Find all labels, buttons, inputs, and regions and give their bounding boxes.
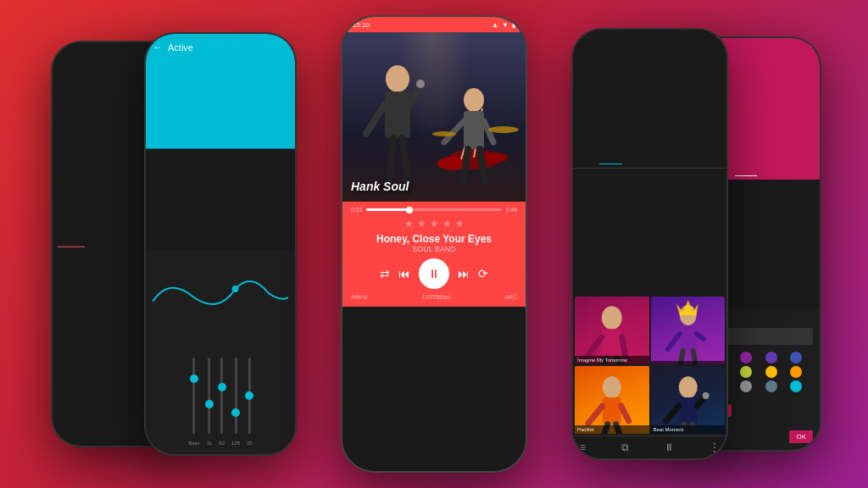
audio-format: AAC: [505, 294, 517, 300]
pause-icon-bottom[interactable]: ⏸: [664, 441, 674, 453]
tab-folders-1[interactable]: FOLDERS: [627, 28, 654, 164]
next-button[interactable]: ⏭: [458, 267, 470, 280]
svg-point-0: [232, 286, 239, 292]
star-5[interactable]: ★: [455, 218, 465, 230]
svg-line-24: [622, 337, 626, 356]
color-blue-grey[interactable]: [765, 380, 777, 392]
svg-line-29: [667, 334, 679, 349]
color-purple[interactable]: [740, 352, 752, 363]
album-cell-2[interactable]: [651, 297, 726, 364]
eq-header: ← Active: [146, 32, 297, 149]
svg-rect-40: [678, 397, 697, 424]
eq-sliders: Bass 31 62 125 25: [188, 344, 252, 446]
eq-slider-25[interactable]: 25: [247, 358, 253, 446]
album-name-overlay: Hank Soul: [351, 180, 409, 193]
phone-main-player: 15:10 ▲ ▼ ▮: [341, 15, 527, 473]
album-art: Hank Soul: [342, 32, 526, 202]
album-art-2: [651, 297, 726, 364]
song-title-main: Honey, Close Your Eyes: [351, 233, 517, 245]
progress-dot: [406, 207, 413, 214]
svg-line-17: [464, 149, 468, 180]
tab-playlist[interactable]: PLAYLIST: [762, 36, 786, 176]
pause-button[interactable]: ⏸: [419, 258, 449, 289]
progress-fill: [366, 208, 409, 211]
song-artist-main: SOUL BAND: [351, 245, 517, 253]
album-art-1: [575, 297, 649, 364]
svg-line-15: [389, 138, 393, 180]
color-cyan[interactable]: [790, 380, 802, 392]
album-cell-1[interactable]: Imagine My Tomorrow: [575, 297, 649, 364]
svg-line-12: [366, 104, 385, 134]
slider-label-bass: Bass: [188, 441, 199, 446]
color-lime[interactable]: [740, 366, 752, 378]
tab-folders[interactable]: FOLDERS: [58, 41, 85, 247]
eq-slider-62[interactable]: 62: [219, 358, 225, 446]
svg-line-42: [697, 398, 703, 406]
tab-folders-2[interactable]: FOLDERS: [659, 28, 685, 164]
eq-slider-125[interactable]: 125: [231, 358, 240, 446]
albums-grid: Imagine My Tomorrow: [573, 295, 726, 435]
album-title-2: [651, 361, 726, 364]
eq-slider-31[interactable]: 31: [207, 358, 213, 446]
time-current: 0:51: [351, 207, 363, 213]
audio-info: 44kHz 10335kbps AAC: [351, 294, 517, 300]
album-art-3: [575, 366, 649, 434]
audio-kbps: 10335kbps: [422, 294, 451, 300]
album-cell-3[interactable]: Pacifist: [575, 366, 649, 434]
time-total: 2:44: [505, 207, 517, 213]
repeat-button[interactable]: ⟳: [478, 267, 488, 280]
tab-lists[interactable]: LISTS: [578, 28, 594, 164]
color-orange[interactable]: [790, 366, 802, 378]
tabs-albums: LISTS ALBUMS FOLDERS FOLDERS: [573, 28, 728, 169]
phone-albums: 15:10 ▲ ▮ LISTS ALBUMS FOLDERS FOLDERS: [571, 28, 728, 460]
phone-equalizer: 15:15 ▲▲ ▮ ← Active Bass 31: [144, 32, 297, 456]
eq-slider-bass[interactable]: Bass: [188, 358, 199, 446]
audio-hz: 44kHz: [351, 294, 368, 300]
progress-container: 0:51 2:44: [351, 207, 517, 213]
svg-point-6: [464, 88, 484, 112]
tab-genres[interactable]: GENRES: [88, 41, 112, 247]
color-deep-purple[interactable]: [765, 352, 777, 363]
tab-albums[interactable]: ALBUMS: [599, 28, 622, 164]
eq-title: Active: [168, 42, 193, 52]
prev-button[interactable]: ⏮: [398, 267, 410, 280]
svg-line-13: [410, 87, 419, 104]
ok-button[interactable]: OK: [789, 430, 813, 443]
signal-main-icon: ▲: [492, 21, 498, 29]
svg-rect-11: [385, 92, 410, 138]
star-1[interactable]: ★: [404, 218, 414, 230]
album-art-4: [651, 366, 726, 434]
player-bottom: 0:51 2:44 ★ ★ ★ ★ ★ Honey, Close Your Ey…: [342, 202, 526, 307]
star-4[interactable]: ★: [442, 218, 452, 230]
tab-albums-right[interactable]: ALBUMS: [735, 36, 756, 176]
time-main: 15:10: [353, 21, 370, 29]
eq-content: Bass 31 62 125 25: [146, 251, 295, 454]
shuffle-button[interactable]: ⇄: [380, 267, 390, 280]
svg-rect-28: [679, 325, 696, 351]
color-indigo[interactable]: [790, 352, 802, 363]
svg-rect-7: [464, 111, 484, 149]
wifi-main-icon: ▼: [502, 21, 509, 29]
svg-line-30: [696, 334, 703, 339]
svg-point-10: [386, 65, 409, 92]
star-2[interactable]: ★: [417, 218, 426, 230]
svg-point-39: [678, 376, 697, 398]
back-button[interactable]: ←: [153, 41, 163, 53]
album-cell-4[interactable]: Beat Moment: [651, 366, 726, 434]
svg-point-20: [432, 131, 456, 136]
menu-icon[interactable]: ≡: [580, 441, 586, 453]
player-controls: ⇄ ⏮ ⏸ ⏭ ⟳: [351, 258, 517, 289]
color-grey[interactable]: [740, 380, 752, 392]
more-icon[interactable]: ⋮: [709, 441, 720, 453]
svg-line-36: [621, 406, 629, 421]
layers-icon[interactable]: ⧉: [621, 441, 629, 453]
battery-main-icon: ▮: [512, 21, 515, 29]
slider-label-125: 125: [231, 441, 240, 446]
star-3[interactable]: ★: [430, 218, 439, 230]
progress-bar[interactable]: [366, 208, 503, 211]
rating-stars[interactable]: ★ ★ ★ ★ ★: [351, 218, 517, 230]
color-amber[interactable]: [765, 366, 777, 378]
svg-rect-34: [603, 397, 621, 424]
status-bar-main: 15:10 ▲ ▼ ▮: [342, 17, 526, 32]
svg-point-3: [482, 152, 508, 163]
